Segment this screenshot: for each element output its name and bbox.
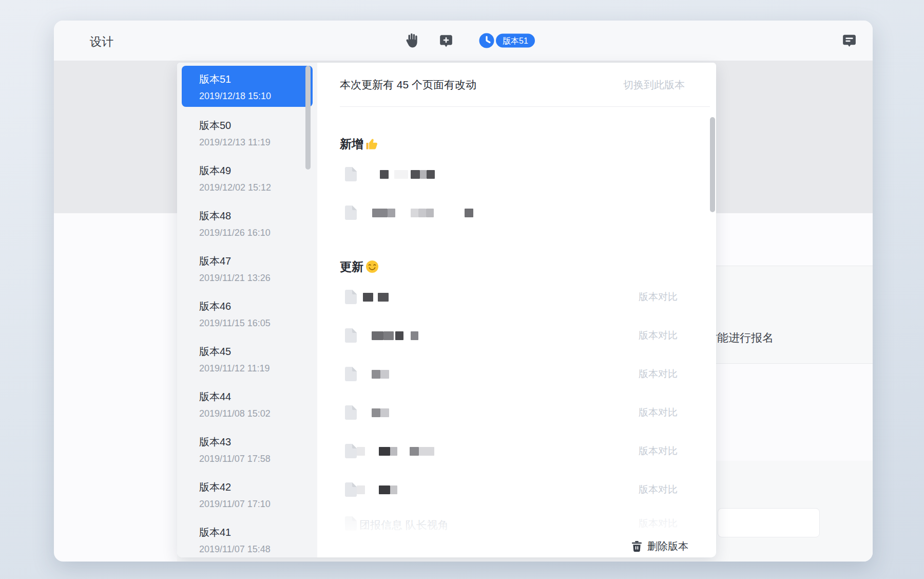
version-date: 2019/12/13 11:19: [199, 137, 317, 148]
compare-version-button[interactable]: 版本对比: [639, 406, 678, 419]
version-list-item[interactable]: 版本432019/11/07 17:58: [177, 423, 317, 469]
history-clock-icon[interactable]: [479, 33, 494, 48]
version-date: 2019/11/08 15:02: [199, 408, 317, 419]
main-scrollbar[interactable]: [710, 117, 715, 212]
version-label: 版本44: [199, 390, 317, 404]
section-title: 新增: [340, 136, 694, 152]
compare-version-button[interactable]: 版本对比: [639, 290, 678, 304]
comments-icon[interactable]: [841, 33, 857, 49]
current-version-badge[interactable]: 版本51: [496, 34, 535, 48]
redacted-page-name-block: [420, 170, 427, 179]
change-section: 更新版本对比版本对比版本对比版本对比版本对比版本对比: [340, 259, 694, 497]
redacted-page-name-block: [379, 485, 390, 494]
hand-tool-icon[interactable]: [405, 33, 418, 49]
version-label: 版本45: [199, 345, 317, 359]
redacted-page-name-block: [410, 447, 419, 456]
update-summary: 本次更新有 45 个页面有改动: [340, 78, 476, 92]
version-date: 2019/11/07 17:10: [199, 499, 317, 510]
preview-input-box: [718, 508, 820, 537]
redacted-page-name-block: [372, 331, 383, 340]
page-title: 设计: [90, 34, 113, 50]
smiling-face-icon: [365, 260, 379, 273]
section-rows: 版本对比版本对比版本对比版本对比版本对比版本对比: [340, 290, 694, 497]
version-sidebar: 版本512019/12/18 15:10版本502019/12/13 11:19…: [177, 63, 317, 557]
redacted-page-name-block: [419, 447, 434, 456]
version-list-item[interactable]: 版本482019/11/26 16:10: [177, 197, 317, 242]
version-list: 版本512019/12/18 15:10版本502019/12/13 11:19…: [177, 63, 317, 557]
section-title: 更新: [340, 259, 694, 274]
compare-version-button[interactable]: 版本对比: [639, 367, 678, 381]
version-label: 版本41: [199, 526, 317, 539]
version-date: 2019/11/12 11:19: [199, 363, 317, 374]
section-title-text: 更新: [340, 259, 363, 275]
redacted-page-name-block: [427, 170, 435, 179]
page-icon: [345, 444, 357, 458]
page-row[interactable]: 版本对比: [340, 444, 694, 458]
version-label: 版本42: [199, 480, 317, 494]
compare-version-button[interactable]: 版本对比: [639, 483, 678, 496]
version-list-item[interactable]: 版本412019/11/07 15:48: [177, 514, 317, 557]
change-section: 新增: [340, 136, 694, 220]
page-row[interactable]: [340, 206, 694, 220]
page-row[interactable]: 版本对比: [340, 290, 694, 304]
page-row[interactable]: 版本对比: [340, 405, 694, 420]
version-label: 版本47: [199, 254, 317, 268]
page-icon: [345, 206, 357, 220]
version-label: 版本46: [199, 300, 317, 313]
compare-version-button[interactable]: 版本对比: [639, 517, 678, 530]
version-list-item-selected[interactable]: 版本512019/12/18 15:10: [182, 66, 313, 107]
section-rows: [340, 167, 694, 220]
redacted-page-name-block: [363, 293, 373, 302]
trash-icon: [631, 540, 642, 552]
version-label: 版本50: [199, 119, 317, 133]
page-icon: [345, 167, 357, 181]
version-date: 2019/11/21 13:26: [199, 273, 317, 284]
redacted-page-name-block: [372, 370, 380, 379]
version-list-item[interactable]: 版本472019/11/21 13:26: [177, 242, 317, 288]
section-title-text: 新增: [340, 136, 363, 152]
page-row[interactable]: 版本对比: [340, 482, 694, 497]
redacted-page-name-block: [394, 170, 408, 179]
add-comment-icon[interactable]: [439, 33, 453, 48]
version-list-item[interactable]: 版本492019/12/02 15:12: [177, 152, 317, 197]
redacted-page-name-block: [426, 209, 434, 217]
redacted-page-name-block: [390, 447, 397, 456]
page-row[interactable]: 版本对比: [340, 328, 694, 343]
version-date: 2019/11/07 17:58: [199, 454, 317, 464]
version-label: 版本49: [199, 164, 317, 178]
page-row-faded[interactable]: 团报信息 队长视角 版本对比: [340, 516, 694, 531]
version-list-item[interactable]: 版本422019/11/07 17:10: [177, 469, 317, 514]
redacted-page-name-block: [411, 170, 420, 179]
version-list-item[interactable]: 版本462019/11/15 16:05: [177, 288, 317, 333]
redacted-page-name-block: [411, 331, 418, 340]
version-label: 版本51: [199, 72, 313, 86]
page-icon: [345, 516, 357, 531]
redacted-page-name-block: [378, 293, 389, 302]
switch-version-button[interactable]: 切换到此版本: [623, 78, 685, 92]
version-label: 版本43: [199, 435, 317, 449]
delete-version-button[interactable]: 删除版本: [631, 539, 688, 553]
redacted-page-name-block: [418, 209, 426, 217]
version-date: 2019/11/15 16:05: [199, 318, 317, 329]
page-row[interactable]: [340, 167, 694, 181]
version-list-item[interactable]: 版本502019/12/13 11:19: [177, 107, 317, 152]
redacted-page-name-block: [395, 331, 403, 340]
compare-version-button[interactable]: 版本对比: [639, 444, 678, 458]
page-icon: [345, 328, 357, 343]
delete-version-label: 删除版本: [647, 539, 688, 553]
sidebar-scrollbar[interactable]: [305, 66, 311, 170]
version-date: 2019/11/07 15:48: [199, 544, 317, 555]
version-list-item[interactable]: 版本452019/11/12 11:19: [177, 333, 317, 378]
redacted-page-name-block: [390, 485, 397, 494]
redacted-page-name-block: [383, 331, 394, 340]
version-detail-header: 本次更新有 45 个页面有改动 切换到此版本: [317, 63, 716, 107]
version-label: 版本48: [199, 209, 317, 223]
page-row[interactable]: 版本对比: [340, 367, 694, 381]
compare-version-button[interactable]: 版本对比: [639, 329, 678, 342]
version-history-panel: 版本512019/12/18 15:10版本502019/12/13 11:19…: [177, 63, 716, 557]
top-toolbar: 设计 版本51: [54, 21, 873, 61]
page-name: 团报信息 队长视角: [359, 518, 449, 532]
version-detail-pane: 本次更新有 45 个页面有改动 切换到此版本 新增更新版本对比版本对比版本对比版…: [317, 63, 716, 557]
version-date: 2019/11/26 16:10: [199, 228, 317, 238]
version-list-item[interactable]: 版本442019/11/08 15:02: [177, 378, 317, 423]
